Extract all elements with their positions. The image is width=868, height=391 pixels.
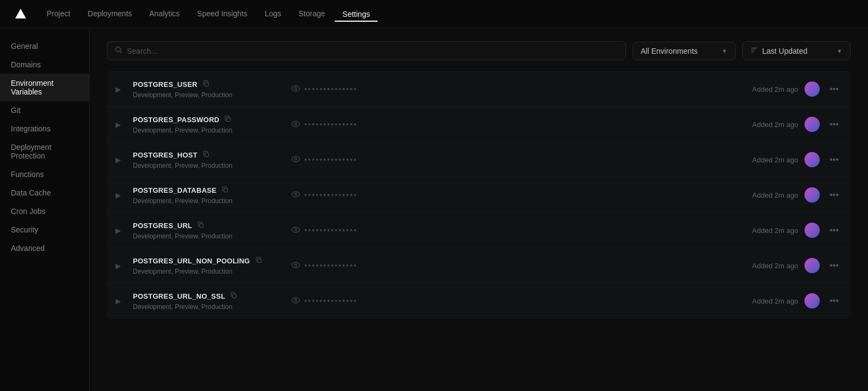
row-timestamp: Added 2m ago: [752, 156, 799, 164]
svg-rect-18: [200, 224, 203, 228]
row-expand-icon[interactable]: ▶: [116, 156, 126, 164]
row-timestamp: Added 2m ago: [752, 262, 799, 270]
row-expand-icon[interactable]: ▶: [116, 121, 126, 129]
sidebar-item-data-cache[interactable]: Data Cache: [0, 184, 89, 202]
svg-rect-15: [224, 188, 228, 192]
row-name-wrap: POSTGRES_URL_NO_SSL Development, Preview…: [133, 291, 285, 311]
copy-icon[interactable]: [222, 115, 233, 125]
eye-icon[interactable]: [291, 119, 300, 130]
row-env-tags: Development, Preview, Production: [133, 91, 285, 99]
svg-point-7: [292, 86, 299, 91]
row-expand-icon[interactable]: ▶: [116, 262, 126, 270]
row-timestamp: Added 2m ago: [752, 297, 799, 305]
eye-icon[interactable]: [291, 84, 300, 94]
row-expand-icon[interactable]: ▶: [116, 297, 126, 305]
svg-rect-9: [227, 118, 231, 122]
table-row: ▶ POSTGRES_URL Development, Preview, Pro…: [107, 213, 851, 248]
more-options-button[interactable]: •••: [826, 294, 842, 307]
sort-dropdown-label: Last Updated: [762, 47, 832, 55]
row-timestamp: Added 2m ago: [752, 85, 799, 93]
env-dropdown-label: All Environments: [641, 47, 717, 55]
svg-point-26: [295, 299, 297, 301]
sidebar-item-git[interactable]: Git: [0, 101, 89, 119]
svg-point-25: [292, 298, 299, 303]
main-content: All Environments ▼ Last Updated ▼ ▶ POST…: [90, 28, 868, 391]
avatar: [805, 293, 820, 308]
row-name-wrap: POSTGRES_PASSWORD Development, Preview, …: [133, 115, 285, 134]
row-timestamp: Added 2m ago: [752, 191, 799, 199]
row-masked-value: ••••••••••••••: [304, 85, 358, 93]
filter-bar: All Environments ▼ Last Updated ▼: [107, 41, 851, 60]
env-table: ▶ POSTGRES_USER Development, Preview, Pr…: [107, 71, 851, 319]
search-box[interactable]: [107, 41, 626, 60]
more-options-button[interactable]: •••: [826, 224, 842, 237]
sidebar-item-advanced[interactable]: Advanced: [0, 239, 89, 257]
row-meta: Added 2m ago •••: [752, 258, 842, 273]
row-env-tags: Development, Preview, Production: [133, 162, 285, 169]
row-meta: Added 2m ago •••: [752, 187, 842, 203]
more-options-button[interactable]: •••: [826, 188, 842, 201]
row-key-name: POSTGRES_URL_NON_POOLING: [133, 256, 285, 266]
sidebar-item-security[interactable]: Security: [0, 220, 89, 239]
eye-icon[interactable]: [291, 190, 300, 200]
more-options-button[interactable]: •••: [826, 153, 842, 166]
svg-rect-12: [205, 153, 209, 157]
row-masked-value: ••••••••••••••: [304, 261, 358, 270]
chevron-down-icon: ▼: [722, 48, 727, 54]
copy-icon[interactable]: [253, 256, 264, 266]
nav-tab-project[interactable]: Project: [39, 6, 78, 22]
row-meta: Added 2m ago •••: [752, 223, 842, 238]
svg-point-8: [295, 87, 297, 90]
copy-icon[interactable]: [228, 291, 239, 301]
copy-icon[interactable]: [195, 220, 206, 231]
page-layout: GeneralDomainsEnvironment VariablesGitIn…: [0, 28, 868, 391]
row-value: ••••••••••••••: [291, 190, 746, 200]
sidebar-item-functions[interactable]: Functions: [0, 165, 89, 184]
avatar: [805, 223, 820, 238]
sidebar-item-general[interactable]: General: [0, 37, 89, 55]
sort-icon: [750, 46, 758, 55]
eye-icon[interactable]: [291, 296, 300, 306]
more-options-button[interactable]: •••: [826, 259, 842, 272]
search-input[interactable]: [127, 47, 618, 55]
avatar: [805, 258, 820, 273]
svg-point-13: [292, 156, 299, 162]
svg-line-2: [120, 51, 122, 53]
row-value: ••••••••••••••: [291, 155, 746, 165]
nav-tab-analytics[interactable]: Analytics: [142, 6, 187, 22]
sidebar-item-deployment-protection[interactable]: Deployment Protection: [0, 138, 89, 165]
table-row: ▶ POSTGRES_PASSWORD Development, Preview…: [107, 107, 851, 142]
sidebar-item-cron-jobs[interactable]: Cron Jobs: [0, 202, 89, 220]
nav-tab-storage[interactable]: Storage: [291, 6, 333, 22]
sidebar-item-environment-variables[interactable]: Environment Variables: [0, 74, 89, 101]
avatar: [805, 81, 820, 97]
svg-rect-21: [257, 259, 261, 263]
row-expand-icon[interactable]: ▶: [116, 191, 126, 199]
row-value: ••••••••••••••: [291, 119, 746, 130]
row-expand-icon[interactable]: ▶: [116, 226, 126, 235]
sidebar-item-domains[interactable]: Domains: [0, 55, 89, 74]
svg-point-11: [295, 123, 297, 125]
row-key-name: POSTGRES_URL: [133, 220, 285, 231]
sidebar-item-integrations[interactable]: Integrations: [0, 119, 89, 138]
env-filter-dropdown[interactable]: All Environments ▼: [633, 42, 736, 60]
more-options-button[interactable]: •••: [826, 118, 842, 131]
nav-tab-deployments[interactable]: Deployments: [80, 6, 140, 22]
copy-icon[interactable]: [201, 79, 212, 90]
row-value: ••••••••••••••: [291, 225, 746, 236]
svg-point-16: [292, 192, 299, 197]
row-expand-icon[interactable]: ▶: [116, 85, 126, 93]
more-options-button[interactable]: •••: [826, 83, 842, 96]
eye-icon[interactable]: [291, 261, 300, 271]
row-masked-value: ••••••••••••••: [304, 297, 358, 305]
nav-tab-settings[interactable]: Settings: [335, 7, 378, 22]
nav-tab-speed-insights[interactable]: Speed Insights: [189, 6, 255, 22]
row-env-tags: Development, Preview, Production: [133, 232, 285, 240]
nav-tab-logs[interactable]: Logs: [257, 6, 289, 22]
copy-icon[interactable]: [220, 185, 231, 195]
eye-icon[interactable]: [291, 225, 300, 236]
copy-icon[interactable]: [201, 150, 212, 160]
eye-icon[interactable]: [291, 155, 300, 165]
sort-dropdown[interactable]: Last Updated ▼: [742, 41, 851, 60]
top-nav: ProjectDeploymentsAnalyticsSpeed Insight…: [0, 0, 868, 28]
